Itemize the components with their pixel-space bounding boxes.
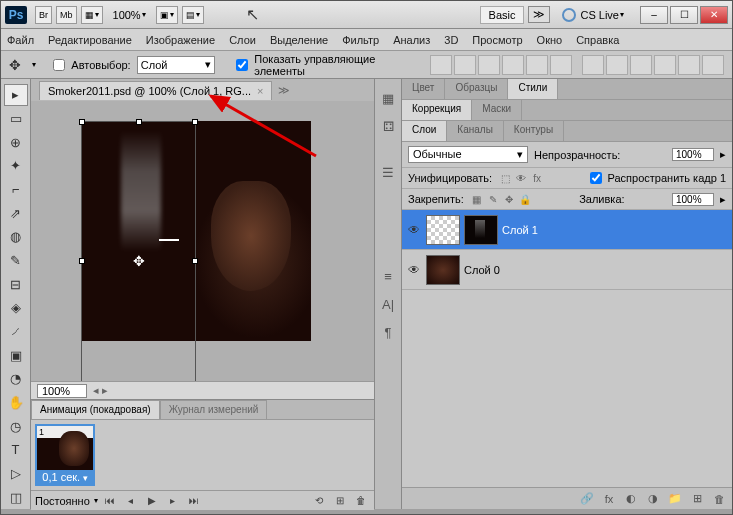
new-frame-button[interactable]: ⊞ [331,494,349,508]
blend-mode-dropdown[interactable]: Обычные▾ [408,146,528,163]
distribute-button-5[interactable] [678,55,700,75]
menu-file[interactable]: Файл [7,34,34,46]
marquee-tool[interactable]: ▭ [4,108,28,130]
layer-mask-icon[interactable]: ◐ [622,491,640,507]
move-tool[interactable]: ▸ [4,84,28,106]
stamp-tool[interactable]: ⊟ [4,273,28,295]
menu-edit[interactable]: Редактирование [48,34,132,46]
tab-masks[interactable]: Маски [472,100,522,120]
screen-mode-button[interactable]: ▣▾ [156,6,178,24]
panel-icon-4[interactable]: ≡ [377,265,399,287]
cslive-button[interactable]: CS Live▾ [562,8,624,22]
transform-center-icon[interactable]: ✥ [132,254,146,268]
eraser-tool[interactable]: ⟋ [4,321,28,343]
bridge-button[interactable]: Br [35,6,52,24]
panel-icon-5[interactable]: A| [377,293,399,315]
crop-tool[interactable]: ⌐ [4,179,28,201]
first-frame-button[interactable]: ⏮ [101,494,119,508]
unify-pos-icon[interactable]: ⬚ [498,171,512,185]
adjustment-layer-icon[interactable]: ◑ [644,491,662,507]
move-tool-icon[interactable] [9,57,25,73]
distribute-button-6[interactable] [702,55,724,75]
panel-icon-6[interactable]: ¶ [377,321,399,343]
brush-tool[interactable]: ✎ [4,250,28,272]
dodge-tool[interactable]: ✋ [4,392,28,414]
arrange-button[interactable]: ▦▾ [81,6,103,24]
tab-color[interactable]: Цвет [402,79,445,99]
layer-thumb[interactable] [426,255,460,285]
menu-help[interactable]: Справка [576,34,619,46]
close-button[interactable]: ✕ [700,6,728,24]
extras-button[interactable]: ▤▾ [182,6,204,24]
menu-select[interactable]: Выделение [270,34,328,46]
align-button-2[interactable] [454,55,476,75]
heal-tool[interactable]: ◍ [4,226,28,248]
menu-layer[interactable]: Слои [229,34,256,46]
blur-tool[interactable]: ◔ [4,368,28,390]
type-tool[interactable]: T [4,439,28,461]
panel-icon-2[interactable]: ⚃ [377,115,399,137]
last-frame-button[interactable]: ⏭ [185,494,203,508]
shape-tool[interactable]: ◫ [4,486,28,508]
maximize-button[interactable]: ☐ [670,6,698,24]
autoselect-checkbox[interactable] [53,59,65,71]
visibility-icon[interactable]: 👁 [406,262,422,278]
align-button-6[interactable] [550,55,572,75]
close-tab-icon[interactable]: × [257,85,263,97]
canvas[interactable]: ✥ [31,101,374,381]
fill-input[interactable]: 100% [672,193,714,206]
tab-swatches[interactable]: Образцы [445,79,508,99]
layer-name[interactable]: Слой 1 [502,224,538,236]
menu-analysis[interactable]: Анализ [393,34,430,46]
animation-frame-1[interactable]: 1 0,1 сек. ▾ [35,424,95,486]
opacity-input[interactable]: 100% [672,148,714,161]
workspace-switch[interactable]: ≫ [528,6,550,23]
wand-tool[interactable]: ✦ [4,155,28,177]
eyedropper-tool[interactable]: ⇗ [4,202,28,224]
path-tool[interactable]: ▷ [4,463,28,485]
next-frame-button[interactable]: ▸ [164,494,182,508]
minimize-button[interactable]: – [640,6,668,24]
pen-tool[interactable]: ◷ [4,415,28,437]
menu-image[interactable]: Изображение [146,34,215,46]
menu-filter[interactable]: Фильтр [342,34,379,46]
layer-0[interactable]: 👁 Слой 0 [402,250,732,290]
tab-animation[interactable]: Анимация (покадровая) [31,400,160,419]
new-layer-icon[interactable]: ⊞ [688,491,706,507]
lock-trans-icon[interactable]: ▦ [470,192,484,206]
lock-paint-icon[interactable]: ✎ [486,192,500,206]
workspace-button[interactable]: Basic [480,6,525,24]
gradient-tool[interactable]: ▣ [4,344,28,366]
tab-paths[interactable]: Контуры [504,121,564,141]
menu-3d[interactable]: 3D [444,34,458,46]
distribute-button-3[interactable] [630,55,652,75]
document-tab[interactable]: Smoker2011.psd @ 100% (Слой 1, RG... × [39,81,272,100]
tween-button[interactable]: ⟲ [310,494,328,508]
showcontrols-checkbox[interactable] [236,59,248,71]
align-button-1[interactable] [430,55,452,75]
tab-overflow-icon[interactable]: ≫ [278,84,290,97]
minibridge-button[interactable]: Mb [56,6,77,24]
layer-thumb[interactable] [464,215,498,245]
zoom-input[interactable]: 100% [37,384,87,398]
layer-fx-icon[interactable]: fx [600,491,618,507]
tab-measurement[interactable]: Журнал измерений [160,400,268,419]
zoom-level[interactable]: 100% [113,9,141,21]
history-brush-tool[interactable]: ◈ [4,297,28,319]
align-button-4[interactable] [502,55,524,75]
tab-styles[interactable]: Стили [508,79,558,99]
autoselect-dropdown[interactable]: Слой▾ [137,56,215,74]
panel-icon-1[interactable]: ▦ [377,87,399,109]
panel-icon-3[interactable]: ☰ [377,161,399,183]
lasso-tool[interactable]: ⊕ [4,131,28,153]
layer-1[interactable]: 👁 Слой 1 [402,210,732,250]
distribute-button-1[interactable] [582,55,604,75]
unify-style-icon[interactable]: fx [530,171,544,185]
visibility-icon[interactable]: 👁 [406,222,422,238]
align-button-3[interactable] [478,55,500,75]
unify-vis-icon[interactable]: 👁 [514,171,528,185]
tab-layers[interactable]: Слои [402,121,447,141]
layer-mask-thumb[interactable] [426,215,460,245]
transform-box[interactable]: ✥ [81,121,196,381]
lock-pos-icon[interactable]: ✥ [502,192,516,206]
